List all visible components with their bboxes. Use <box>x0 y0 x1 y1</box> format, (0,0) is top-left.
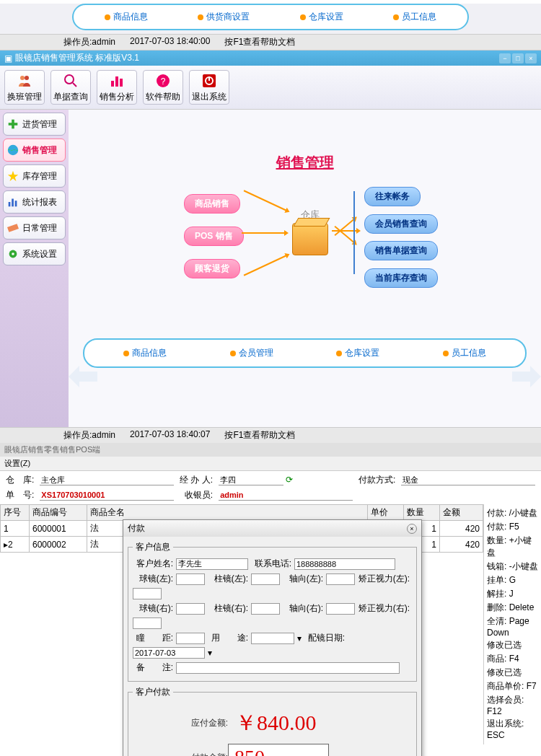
warehouse-node: 仓库 <box>292 208 328 255</box>
sidebar-item-purchase[interactable]: 进货管理 <box>3 113 66 136</box>
close-button[interactable]: × <box>525 53 537 63</box>
handler-label: 经 办 人: <box>180 474 213 486</box>
cashier-label: 收银员: <box>180 489 213 501</box>
svg-point-1 <box>25 76 29 80</box>
paid-input[interactable] <box>228 744 329 744</box>
nav-prev-icon[interactable] <box>65 362 101 391</box>
orderno-label: 单 号: <box>6 489 34 501</box>
shortcut: 全清: Page Down <box>487 615 538 638</box>
cust-name-label: 客户姓名: <box>133 558 173 570</box>
bottom-btn-member[interactable]: 会员管理 <box>230 347 273 359</box>
nav-next-icon[interactable] <box>509 362 541 391</box>
svg-rect-6 <box>120 79 123 87</box>
col-qty: 数量 <box>404 505 440 521</box>
sidebar-item-sales[interactable]: 销售管理 <box>3 139 66 162</box>
pill-pos-sales[interactable]: POS 销售 <box>184 227 244 246</box>
svg-text:?: ? <box>161 76 166 87</box>
bottom-btn-staff[interactable]: 员工信息 <box>443 347 486 359</box>
note-input[interactable] <box>176 662 400 674</box>
chart-icon <box>108 72 126 89</box>
pd-input[interactable] <box>176 633 205 644</box>
shortcut: 退出系统: ESC <box>487 718 538 740</box>
dialog-title-text: 付款 <box>128 522 145 535</box>
legend-customer: 客户信息 <box>133 541 173 553</box>
bottom-button-bar: 商品信息 会员管理 仓库设置 员工信息 <box>83 338 527 368</box>
sph-left-input[interactable] <box>176 573 205 585</box>
warehouse-input[interactable] <box>40 475 174 485</box>
top-btn-staff[interactable]: 员工信息 <box>393 11 436 23</box>
chevron-down-icon[interactable]: ▾ <box>208 648 212 658</box>
svg-rect-4 <box>111 81 114 87</box>
minimize-button[interactable]: − <box>499 53 511 63</box>
toolbar-shift[interactable]: 换班管理 <box>4 70 45 105</box>
toolbar-analysis[interactable]: 销售分析 <box>97 70 137 105</box>
top-btn-product[interactable]: 商品信息 <box>105 11 148 23</box>
globe-icon <box>6 144 19 157</box>
bottom-btn-warehouse[interactable]: 仓库设置 <box>336 347 379 359</box>
pill-accounts[interactable]: 往来帐务 <box>364 187 421 206</box>
sidebar-item-report[interactable]: 统计报表 <box>3 190 66 214</box>
dialog-close-button[interactable]: × <box>407 524 417 534</box>
shortcut: 钱箱: -小键盘 <box>487 561 538 573</box>
axis-right-input[interactable] <box>326 603 355 615</box>
cyl-left-input[interactable] <box>251 573 280 585</box>
svg-marker-22 <box>69 366 97 387</box>
warehouse-label: 仓 库: <box>6 474 34 486</box>
svg-marker-15 <box>8 171 18 181</box>
search-icon <box>62 72 79 89</box>
bullet-icon <box>105 14 110 20</box>
handler-input[interactable] <box>219 475 283 485</box>
svg-rect-18 <box>15 201 17 206</box>
due-label: 应付金额: <box>141 717 228 729</box>
toolbar-help[interactable]: ?软件帮助 <box>143 70 183 105</box>
window-title: 眼镜店销售管理系统 标准版V3.1 <box>15 52 139 64</box>
svg-marker-23 <box>512 366 541 387</box>
bullet-icon <box>300 14 306 20</box>
maximize-button[interactable]: □ <box>512 53 524 63</box>
bullet-icon <box>393 14 399 20</box>
svg-point-0 <box>20 76 25 80</box>
window-title-bar: ▣ 眼镜店销售管理系统 标准版V3.1 − □ × <box>0 50 541 66</box>
pill-order-query[interactable]: 销售单据查询 <box>364 241 438 260</box>
svg-rect-5 <box>115 76 118 87</box>
status-bar-2: 操作员:admin 2017-07-03 18:40:07 按F1查看帮助文档 <box>0 427 541 443</box>
sales-diagram: 商品销售 POS 销售 顾客退货 仓库 往来帐务 会员销售查询 销售单据查询 当… <box>76 187 534 317</box>
vision-left-input[interactable] <box>133 588 162 599</box>
orderno-value: XS170703010001 <box>40 490 174 501</box>
top-btn-warehouse[interactable]: 仓库设置 <box>300 11 343 23</box>
chevron-down-icon[interactable]: ▾ <box>297 633 302 643</box>
shortcut: 删除: Delete <box>487 602 538 614</box>
bullet-icon <box>198 14 203 20</box>
sidebar-item-stock[interactable]: 库存管理 <box>3 164 66 188</box>
legend-payment: 客户付款 <box>133 686 173 698</box>
pill-product-sales[interactable]: 商品销售 <box>184 194 240 214</box>
bottom-btn-product[interactable]: 商品信息 <box>123 347 167 359</box>
sph-right-input[interactable] <box>176 603 205 615</box>
paytype-input[interactable] <box>401 475 535 485</box>
refresh-icon[interactable]: ⟳ <box>286 475 293 485</box>
customer-info-group: 客户信息 客户姓名: 联系电话: 球镜(左): 柱镜(左): 轴向(左): 矫正… <box>128 541 417 682</box>
bullet-icon <box>336 351 342 356</box>
cust-phone-input[interactable] <box>294 558 395 570</box>
col-code: 商品编号 <box>30 505 87 521</box>
cyl-right-input[interactable] <box>251 603 280 615</box>
bullet-icon <box>443 351 449 356</box>
sidebar: 进货管理 销售管理 库存管理 统计报表 日常管理 系统设置 <box>0 110 69 427</box>
sidebar-item-settings[interactable]: 系统设置 <box>3 242 66 265</box>
toolbar-exit[interactable]: 退出系统 <box>189 70 229 105</box>
use-select[interactable] <box>251 633 294 644</box>
axis-left-input[interactable] <box>326 573 355 585</box>
vision-right-input[interactable] <box>133 617 162 629</box>
pill-stock-query[interactable]: 当前库存查询 <box>364 268 438 288</box>
sidebar-item-daily[interactable]: 日常管理 <box>3 216 66 239</box>
pill-customer-return[interactable]: 顾客退货 <box>184 259 240 278</box>
svg-point-2 <box>65 75 74 84</box>
menu-settings[interactable]: 设置(Z) <box>0 457 541 471</box>
top-btn-supplier[interactable]: 供货商设置 <box>198 11 250 23</box>
pill-member-query[interactable]: 会员销售查询 <box>364 214 438 234</box>
shortcut: 商品单价: F7 <box>487 680 538 693</box>
cust-name-input[interactable] <box>176 558 248 570</box>
date-input[interactable] <box>133 647 205 659</box>
toolbar-query[interactable]: 单据查询 <box>50 70 91 105</box>
box-icon <box>292 223 328 255</box>
